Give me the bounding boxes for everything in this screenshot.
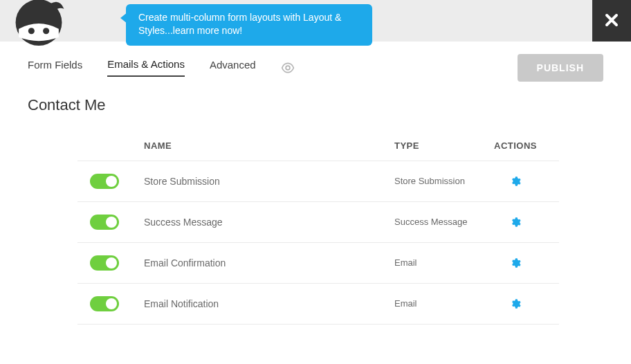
toggle-switch[interactable] <box>90 255 119 271</box>
actions-table: NAME TYPE ACTIONS Store Submission Store… <box>77 134 559 325</box>
table-row: Success Message Success Message <box>77 201 559 242</box>
table-row: Email Notification Email <box>77 283 559 325</box>
row-type: Email <box>394 257 484 269</box>
table-row: Email Confirmation Email <box>77 242 559 283</box>
row-type: Success Message <box>394 216 484 228</box>
col-head-actions: ACTIONS <box>484 140 547 151</box>
row-name[interactable]: Email Notification <box>144 298 394 309</box>
svg-point-1 <box>28 28 35 34</box>
row-type: Email <box>394 298 484 310</box>
main: Form Fields Emails & Actions Advanced PU… <box>0 42 631 325</box>
ninja-logo <box>12 0 65 46</box>
row-name[interactable]: Success Message <box>144 217 394 228</box>
toggle-switch[interactable] <box>90 174 119 189</box>
top-banner: Create multi-column form layouts with La… <box>0 0 631 42</box>
svg-point-3 <box>286 66 290 70</box>
col-head-name: NAME <box>144 140 394 151</box>
gear-icon[interactable] <box>510 257 521 269</box>
gear-icon[interactable] <box>510 176 521 187</box>
table-header: NAME TYPE ACTIONS <box>77 134 559 161</box>
toggle-switch[interactable] <box>90 215 119 230</box>
row-name[interactable]: Email Confirmation <box>144 257 394 269</box>
tab-form-fields[interactable]: Form Fields <box>28 59 82 76</box>
promo-bubble[interactable]: Create multi-column form layouts with La… <box>126 4 372 46</box>
close-icon <box>605 10 619 32</box>
col-head-type: TYPE <box>394 140 484 151</box>
close-button[interactable] <box>592 0 631 42</box>
preview-icon[interactable] <box>281 61 295 75</box>
gear-icon[interactable] <box>510 298 521 309</box>
toggle-switch[interactable] <box>90 296 119 311</box>
tab-emails-actions[interactable]: Emails & Actions <box>107 58 185 77</box>
publish-button[interactable]: PUBLISH <box>518 54 603 82</box>
promo-text: Create multi-column form layouts with La… <box>138 12 341 36</box>
tab-advanced[interactable]: Advanced <box>210 59 256 76</box>
row-type: Store Submission <box>394 175 484 188</box>
table-row: Store Submission Store Submission <box>77 161 559 201</box>
row-name[interactable]: Store Submission <box>144 176 394 187</box>
tab-row: Form Fields Emails & Actions Advanced PU… <box>28 58 603 77</box>
page-title: Contact Me <box>28 96 603 114</box>
svg-point-2 <box>43 28 49 34</box>
gear-icon[interactable] <box>510 217 521 228</box>
